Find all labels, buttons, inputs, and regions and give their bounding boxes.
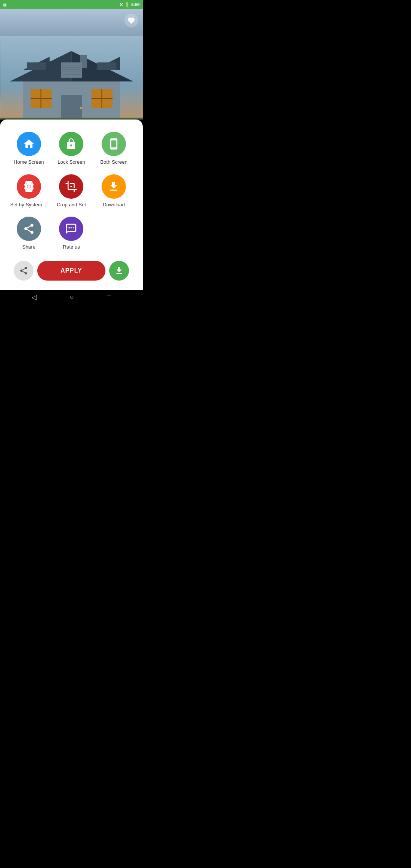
download-icon	[108, 180, 120, 193]
home-screen-icon-circle	[17, 132, 41, 156]
lock-icon	[65, 138, 77, 150]
download-label: Download	[103, 202, 125, 208]
time-display: 5:59	[131, 2, 140, 7]
back-button[interactable]: ◁	[32, 293, 37, 302]
options-grid: Home Screen Lock Screen Both Screen	[8, 129, 135, 253]
option-home-screen[interactable]: Home Screen	[8, 129, 50, 168]
svg-rect-5	[27, 62, 46, 70]
phone-icon	[108, 138, 120, 150]
rate-icon	[65, 223, 77, 235]
option-lock-screen[interactable]: Lock Screen	[50, 129, 93, 168]
option-download[interactable]: Download	[92, 171, 135, 211]
navigation-bar: ◁ ○ □	[0, 290, 143, 305]
lock-screen-icon-circle	[59, 132, 83, 156]
status-bar-left: ▦	[3, 3, 6, 7]
option-set-by-system[interactable]: Set by System ...	[8, 171, 50, 211]
share-action-button[interactable]	[14, 261, 33, 281]
crop-and-set-icon-circle	[59, 174, 83, 199]
option-crop-and-set[interactable]: Crop and Set	[50, 171, 93, 211]
home-icon	[23, 138, 35, 150]
notification-icon: ▦	[3, 3, 6, 7]
status-bar: ▦ ✕ 🔋 5:59	[0, 0, 143, 9]
share-label: Share	[22, 244, 35, 250]
rate-us-label: Rate us	[63, 244, 80, 250]
signal-icon: ✕	[119, 2, 123, 7]
lock-screen-label: Lock Screen	[57, 159, 85, 165]
battery-icon: 🔋	[124, 2, 130, 7]
favorite-button[interactable]	[124, 14, 138, 27]
home-screen-label: Home Screen	[14, 159, 44, 165]
svg-rect-7	[97, 62, 116, 70]
apply-button[interactable]: APPLY	[37, 261, 105, 281]
download-action-icon	[115, 266, 124, 275]
download-action-button[interactable]	[109, 261, 129, 281]
options-panel: Home Screen Lock Screen Both Screen	[0, 120, 143, 290]
option-rate-us[interactable]: Rate us	[50, 214, 93, 253]
house-illustration	[0, 36, 143, 120]
share-icon-circle	[17, 217, 41, 241]
share-icon	[23, 223, 35, 235]
set-by-system-icon-circle	[17, 174, 41, 199]
wallpaper-preview	[0, 9, 143, 120]
rate-us-icon-circle	[59, 217, 83, 241]
crop-and-set-label: Crop and Set	[57, 202, 86, 208]
option-both-screen[interactable]: Both Screen	[92, 129, 135, 168]
recent-button[interactable]: □	[107, 293, 111, 301]
home-button[interactable]: ○	[70, 293, 74, 301]
share-action-icon	[19, 266, 28, 275]
status-bar-right: ✕ 🔋 5:59	[119, 2, 140, 7]
both-screen-icon-circle	[102, 132, 126, 156]
svg-point-24	[27, 185, 30, 188]
action-bar: APPLY	[8, 256, 135, 284]
set-by-system-label: Set by System ...	[10, 202, 48, 208]
svg-rect-9	[61, 62, 82, 78]
svg-point-22	[80, 107, 82, 109]
settings-icon	[23, 180, 35, 193]
svg-rect-21	[61, 95, 82, 120]
option-share[interactable]: Share	[8, 214, 50, 253]
download-icon-circle	[102, 174, 126, 199]
both-screen-label: Both Screen	[100, 159, 127, 165]
crop-icon	[65, 180, 77, 193]
